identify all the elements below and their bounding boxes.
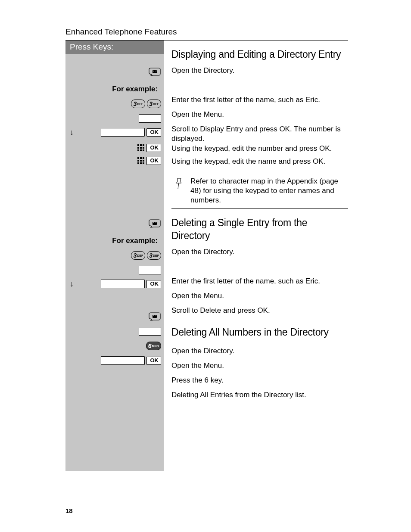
note-box: Refer to character map in the Appendix (… — [171, 173, 348, 209]
note-text: Refer to character map in the Appendix (… — [190, 177, 346, 205]
keycap-3: 3DEF — [131, 100, 145, 108]
softkey-ok: OK — [146, 144, 161, 152]
svg-rect-21 — [153, 222, 157, 225]
section-heading-delete-all: Deleting All Numbers in the Directory — [171, 326, 348, 339]
svg-rect-13 — [140, 157, 142, 159]
svg-rect-9 — [137, 149, 139, 151]
svg-rect-11 — [143, 149, 144, 151]
svg-rect-0 — [153, 70, 157, 73]
svg-rect-20 — [143, 162, 144, 164]
keycap-3: 3DEF — [147, 100, 161, 108]
instructions-column: Displaying and Editing a Directory Entry… — [164, 40, 348, 471]
for-example-label: For example: — [112, 84, 161, 94]
press-keys-column: Press Keys: For example: — [65, 40, 164, 471]
softkey-ok: OK — [146, 357, 161, 364]
softkey-blank — [139, 114, 161, 123]
step-text: Using the keypad, edit the number and pr… — [171, 143, 348, 156]
key-row-3-3: 3DEF 3DEF — [65, 248, 164, 263]
pushpin-icon — [174, 177, 184, 205]
svg-rect-10 — [140, 149, 142, 151]
arrow-down-icon: ↓ — [70, 279, 74, 289]
directory-key-icon — [148, 219, 161, 228]
keycap-3: 3DEF — [147, 251, 161, 260]
step-text: Using the keypad, edit the name and pres… — [171, 156, 348, 169]
key-row-scroll-ok: ↓ OK — [65, 126, 164, 139]
softkey-blank — [139, 327, 161, 336]
page: Enhanced Telephone Features Press Keys: … — [0, 0, 411, 532]
step-text: Enter the first letter of the name, such… — [171, 276, 348, 291]
svg-rect-8 — [143, 147, 144, 149]
svg-rect-6 — [137, 147, 139, 149]
softkey-ok: OK — [146, 157, 161, 165]
step-text: Open the Directory. — [171, 65, 348, 80]
key-row-keypad-ok: OK — [65, 141, 164, 154]
key-row-menu-blank — [65, 324, 164, 339]
step-text: Press the 6 key. — [171, 375, 348, 390]
svg-point-2 — [156, 71, 156, 72]
softkey-blank — [101, 356, 145, 365]
directory-key-icon — [148, 68, 161, 76]
svg-point-23 — [156, 222, 156, 223]
softkey-ok: OK — [146, 128, 161, 136]
svg-rect-24 — [153, 315, 157, 318]
softkey-blank — [139, 266, 161, 274]
keycap-6: 6MNO — [146, 342, 161, 350]
key-row-ok: OK — [65, 353, 164, 368]
key-row-scroll-ok: ↓ OK — [65, 277, 164, 290]
for-example-row: For example: — [65, 233, 164, 248]
step-text: Open the Menu. — [171, 291, 348, 305]
arrow-down-icon: ↓ — [70, 128, 74, 137]
step-spacer — [171, 261, 348, 276]
step-spacer — [171, 80, 348, 95]
step-text: Scroll to Delete and press OK. — [171, 305, 348, 320]
for-example-row: For example: — [65, 82, 164, 96]
svg-rect-4 — [140, 144, 142, 146]
svg-point-26 — [156, 315, 156, 316]
step-text: Deleting All Entries from the Directory … — [171, 390, 348, 404]
step-text: Open the Directory. — [171, 346, 348, 361]
svg-rect-5 — [143, 144, 144, 146]
svg-rect-7 — [140, 147, 142, 149]
svg-point-22 — [153, 222, 154, 223]
key-row-keypad-ok: OK — [65, 154, 164, 167]
key-row-6: 6MNO — [65, 339, 164, 353]
key-row-3-3: 3DEF 3DEF — [65, 96, 164, 111]
key-row-directory — [65, 65, 164, 79]
step-text: Open the Menu. — [171, 361, 348, 375]
step-text: Open the Directory. — [171, 247, 348, 261]
directory-key-icon — [148, 312, 161, 321]
for-example-label: For example: — [112, 236, 161, 246]
svg-rect-15 — [137, 160, 139, 162]
keypad-icon — [137, 157, 145, 165]
section-heading-delete-single: Deleting a Single Entry from the Directo… — [171, 217, 348, 243]
step-text: Enter the first letter of the name, such… — [171, 95, 348, 109]
page-header: Enhanced Telephone Features — [65, 27, 348, 40]
svg-rect-18 — [137, 162, 139, 164]
svg-point-1 — [153, 71, 154, 72]
svg-rect-14 — [143, 157, 144, 159]
keypad-icon — [137, 144, 145, 152]
content-columns: Press Keys: For example: — [65, 40, 348, 471]
press-keys-title: Press Keys: — [65, 40, 164, 55]
key-row-directory — [65, 216, 164, 231]
softkey-ok: OK — [146, 280, 161, 288]
svg-rect-17 — [143, 160, 144, 162]
svg-point-25 — [153, 315, 154, 316]
svg-line-27 — [178, 183, 179, 189]
svg-rect-16 — [140, 160, 142, 162]
section-heading-display-edit: Displaying and Editing a Directory Entry — [171, 48, 348, 61]
key-row-menu-blank — [65, 111, 164, 126]
softkey-blank — [101, 128, 145, 137]
softkey-blank — [101, 280, 145, 288]
svg-rect-12 — [137, 157, 139, 159]
svg-rect-3 — [137, 144, 139, 146]
key-row-directory — [65, 309, 164, 324]
svg-rect-19 — [140, 162, 142, 164]
step-text: Scroll to Display Entry and press OK. Th… — [171, 124, 348, 143]
step-text: Open the Menu. — [171, 109, 348, 124]
key-row-menu-blank — [65, 263, 164, 277]
page-number: 18 — [65, 507, 73, 515]
keycap-3: 3DEF — [131, 251, 145, 260]
